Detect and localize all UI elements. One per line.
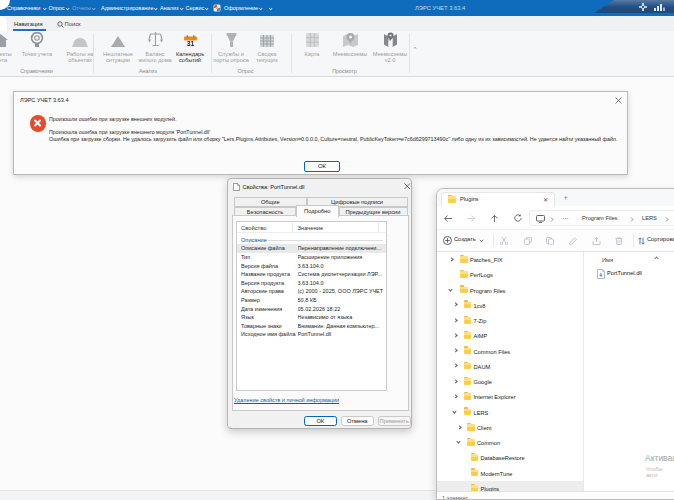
svg-text:31: 31 <box>186 40 194 47</box>
